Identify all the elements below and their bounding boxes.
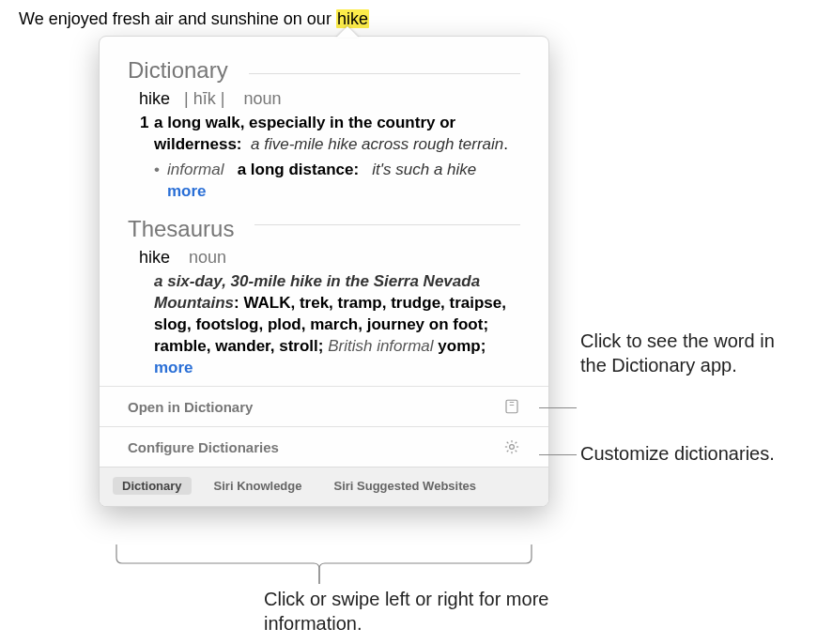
- highlighted-word: hike: [336, 9, 369, 28]
- callout-tabs: Click or swipe left or right for more in…: [264, 587, 640, 636]
- divider: [249, 73, 520, 74]
- definition-example: a five-mile hike across rough terrain: [251, 135, 503, 153]
- svg-line-8: [507, 451, 509, 452]
- svg-line-9: [516, 442, 517, 444]
- thesaurus-brit-tag: British informal: [328, 337, 433, 355]
- svg-line-6: [507, 442, 509, 444]
- gear-icon: [503, 438, 520, 455]
- callout-configure-dictionaries: Customize dictionaries.: [580, 441, 796, 466]
- tabs-bracket-icon: [113, 544, 535, 587]
- source-sentence: We enjoyed fresh air and sunshine on our…: [19, 9, 369, 29]
- tab-siri-knowledge[interactable]: Siri Knowledge: [205, 477, 312, 495]
- configure-dictionaries-row[interactable]: Configure Dictionaries: [100, 426, 548, 467]
- dictionary-pos: noun: [244, 89, 282, 108]
- sub-example: it's such a hike: [372, 161, 476, 178]
- tab-siri-suggested-websites[interactable]: Siri Suggested Websites: [324, 477, 485, 495]
- definition-number: 1: [140, 113, 148, 134]
- thesaurus-pos: noun: [189, 248, 226, 267]
- tab-dictionary[interactable]: Dictionary: [113, 477, 192, 495]
- dictionary-app-icon: [503, 398, 520, 415]
- svg-line-7: [516, 451, 517, 452]
- sub-tag: informal: [167, 161, 224, 178]
- dictionary-headword: hike: [139, 89, 170, 108]
- popover-content: Dictionary hike | hīk | noun 1 a long wa…: [100, 37, 548, 386]
- thesaurus-headword-row: hike noun: [139, 248, 520, 268]
- thesaurus-first-synonym: WALK,: [243, 294, 295, 312]
- open-in-dictionary-label: Open in Dictionary: [128, 399, 253, 415]
- thesaurus-section-title: Thesaurus: [128, 216, 234, 242]
- thesaurus-brit-synonyms: yomp;: [434, 337, 486, 355]
- dictionary-pronunciation: | hīk |: [184, 89, 224, 108]
- svg-point-1: [510, 445, 515, 450]
- dictionary-more-link[interactable]: more: [167, 182, 207, 200]
- dictionary-section-title: Dictionary: [128, 57, 228, 84]
- leader-line: [539, 454, 577, 455]
- configure-dictionaries-label: Configure Dictionaries: [128, 439, 279, 455]
- sub-def-text: a long distance:: [238, 161, 359, 178]
- thesaurus-headword: hike: [139, 248, 170, 267]
- lookup-popover: Dictionary hike | hīk | noun 1 a long wa…: [99, 36, 549, 507]
- thesaurus-more-link[interactable]: more: [154, 359, 193, 376]
- divider: [254, 224, 520, 225]
- callout-open-in-dictionary: Click to see the word in the Dictionary …: [580, 329, 796, 377]
- thesaurus-body: a six-day, 30-mile hike in the Sierra Ne…: [154, 271, 520, 379]
- dictionary-headword-row: hike | hīk | noun: [139, 89, 520, 109]
- source-tabs: Dictionary Siri Knowledge Siri Suggested…: [100, 467, 548, 506]
- leader-line: [539, 407, 577, 408]
- open-in-dictionary-row[interactable]: Open in Dictionary: [100, 386, 548, 426]
- source-text-before: We enjoyed fresh air and sunshine on our: [19, 9, 336, 28]
- dictionary-definition: 1 a long walk, especially in the country…: [154, 113, 520, 156]
- dictionary-subdefinition: informal a long distance: it's such a hi…: [154, 160, 520, 203]
